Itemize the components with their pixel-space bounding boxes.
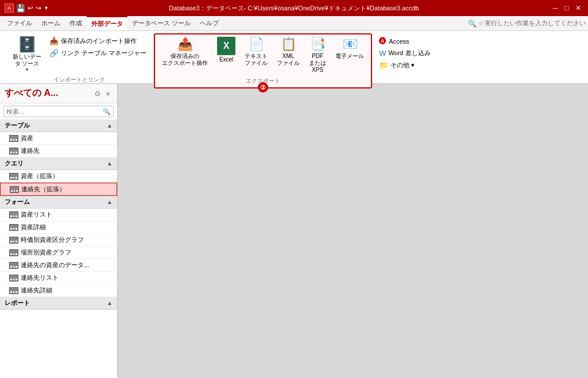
sidebar-item-renrakusaki-kakucho[interactable]: 連絡先（拡張） ①: [0, 183, 117, 196]
other-btn[interactable]: 📁 その他 ▾: [377, 60, 417, 71]
form-icon-3: [9, 237, 18, 244]
search-icon: 🔍: [468, 20, 477, 28]
access-icon: 🅐: [379, 37, 386, 45]
access-export-btn[interactable]: 🅐 Access: [377, 36, 411, 47]
title-bar: A 💾 ↩ ↪ ▼ Database3：データベース- C:¥Users¥osa…: [0, 0, 588, 16]
sidebar-item-renrakusaki-list[interactable]: 連絡先リスト: [0, 272, 117, 284]
ribbon: 🗄️ 新しいデータ ソース ▼ 📥 保存済みのインポート操作 🔗 リンク テーブ…: [0, 31, 588, 84]
item-shisan-list-label: 資産リスト: [21, 210, 52, 219]
window-controls: ─ □ ✕: [550, 3, 583, 13]
pdf-xps-label: PDFまたはXPS: [309, 53, 326, 74]
excel-label: Excel: [219, 56, 233, 63]
window-title: Database3：データベース- C:¥Users¥osana¥OneDriv…: [169, 4, 419, 13]
excel-icon: X: [217, 37, 235, 55]
search-btn[interactable]: 🔍: [100, 107, 113, 117]
content-area: [118, 84, 588, 378]
item-shisan-label: 資産: [21, 134, 33, 142]
section-tables-label: テーブル: [5, 121, 30, 130]
text-file-label: テキストファイル: [245, 53, 268, 67]
email-icon: 📧: [342, 37, 358, 52]
menu-create[interactable]: 作成: [65, 17, 87, 30]
section-forms-label: フォーム: [5, 198, 30, 206]
form-icon-4: [9, 249, 18, 256]
menu-bar: ファイル ホーム 作成 外部データ データベース ツール ヘルプ 🔍 ○ 実行し…: [0, 16, 588, 31]
menu-home[interactable]: ホーム: [37, 17, 65, 30]
item-renrakusaki-detail-label: 連絡先詳細: [21, 286, 52, 295]
saved-import-icon: 📥: [49, 37, 59, 45]
new-datasource-dropdown: ▼: [25, 67, 29, 72]
other-label: その他 ▾: [390, 61, 415, 70]
sidebar-item-jika-graph[interactable]: 時価別資産区分グラフ: [0, 234, 117, 246]
menu-external-data[interactable]: 外部データ: [87, 16, 127, 30]
sidebar-dropdown-btn[interactable]: ⊙: [93, 89, 102, 98]
section-reports[interactable]: レポート ▲: [0, 297, 117, 310]
new-datasource-icon: 🗄️: [18, 36, 36, 53]
section-tables[interactable]: テーブル ▲: [0, 119, 117, 132]
saved-import-label: 保存済みのインポート操作: [61, 37, 137, 45]
import-small-btns: 📥 保存済みのインポート操作 🔗 リンク テーブル マネージャー: [47, 36, 149, 59]
text-file-btn[interactable]: 📄 テキストファイル: [241, 34, 271, 69]
section-reports-label: レポート: [5, 299, 30, 307]
query-icon-2: [10, 186, 19, 193]
sidebar-item-shisan-detail[interactable]: 資産詳細: [0, 221, 117, 234]
undo-btn[interactable]: ↩: [28, 4, 33, 12]
queries-chevron: ▲: [107, 160, 113, 167]
search-hint[interactable]: ○ 実行したい作業を入力してください: [479, 19, 586, 28]
item-shisan-kakucho-label: 資産（拡張）: [21, 172, 59, 180]
reports-chevron: ▲: [107, 300, 113, 306]
item-shisan-detail-label: 資産詳細: [21, 223, 46, 232]
sidebar-item-shisan[interactable]: 資産: [0, 132, 117, 145]
menu-file[interactable]: ファイル: [2, 17, 37, 30]
section-forms[interactable]: フォーム ▲: [0, 196, 117, 209]
pdf-xps-icon: 📑: [310, 37, 326, 52]
sidebar-header: すべての A... ⊙ «: [0, 84, 117, 103]
saved-export-btn[interactable]: 📤 保存済みのエクスポート操作: [158, 34, 211, 69]
sidebar-item-shisan-kakucho[interactable]: 資産（拡張）: [0, 170, 117, 183]
word-label: Word 差し込み: [388, 49, 430, 57]
pdf-xps-btn[interactable]: 📑 PDFまたはXPS: [305, 34, 330, 76]
new-datasource-btn[interactable]: 🗄️ 新しいデータ ソース ▼: [9, 33, 45, 75]
menu-database-tools[interactable]: データベース ツール: [127, 17, 195, 30]
link-manager-icon: 🔗: [49, 49, 59, 57]
import-group-content: 🗄️ 新しいデータ ソース ▼ 📥 保存済みのインポート操作 🔗 リンク テーブ…: [9, 33, 149, 75]
search-bar: 🔍 ○ 実行したい作業を入力してください: [468, 19, 586, 28]
xml-file-icon: 📋: [281, 37, 296, 52]
minimize-btn[interactable]: ─: [550, 3, 560, 13]
email-btn[interactable]: 📧 電子メール: [332, 34, 368, 62]
link-manager-btn[interactable]: 🔗 リンク テーブル マネージャー: [47, 48, 149, 59]
dropdown-arrow[interactable]: ▼: [44, 5, 49, 11]
sidebar-item-shisan-list[interactable]: 資産リスト: [0, 209, 117, 221]
xml-file-btn[interactable]: 📋 XMLファイル: [273, 34, 303, 69]
email-label: 電子メール: [335, 53, 364, 60]
form-icon-2: [9, 224, 18, 231]
sidebar-item-renrakusaki-shisan[interactable]: 連絡先の資産のデータ...: [0, 259, 117, 272]
export-group-content: 📤 保存済みのエクスポート操作 X Excel 📄 テキストファイル 📋 XML…: [158, 34, 368, 76]
access-label: Access: [389, 38, 409, 45]
maximize-btn[interactable]: □: [562, 3, 572, 13]
quick-save-btn[interactable]: 💾: [16, 4, 25, 13]
saved-import-btn[interactable]: 📥 保存済みのインポート操作: [47, 36, 149, 47]
excel-btn[interactable]: X Excel: [214, 34, 239, 65]
redo-btn[interactable]: ↪: [36, 4, 41, 12]
table-icon: [9, 135, 18, 142]
sidebar-collapse-btn[interactable]: «: [103, 89, 113, 98]
word-merge-btn[interactable]: W Word 差し込み: [377, 48, 432, 59]
menu-help[interactable]: ヘルプ: [195, 17, 223, 30]
saved-export-label: 保存済みのエクスポート操作: [162, 53, 208, 67]
sidebar-item-renrakusaki[interactable]: 連絡先: [0, 145, 117, 157]
form-icon-7: [9, 287, 18, 294]
sidebar-controls: ⊙ «: [93, 89, 113, 98]
section-queries[interactable]: クエリ ▲: [0, 157, 117, 170]
item-renrakusaki-shisan-label: 連絡先の資産のデータ...: [21, 261, 89, 269]
sidebar-item-renrakusaki-detail[interactable]: 連絡先詳細: [0, 284, 117, 297]
sidebar-item-basho-graph[interactable]: 場所別資産グラフ: [0, 246, 117, 259]
title-bar-left: A 💾 ↩ ↪ ▼: [5, 3, 49, 13]
import-group-label: インポートとリンク: [9, 75, 149, 86]
item-renrakusaki-kakucho-label: 連絡先（拡張）: [21, 185, 65, 194]
other-export-group: 🅐 Access W Word 差し込み 📁 その他 ▾: [372, 33, 437, 81]
item-renrakusaki-label: 連絡先: [21, 146, 40, 155]
item-basho-graph-label: 場所別資産グラフ: [21, 248, 71, 257]
new-datasource-label: 新しいデータ ソース: [13, 53, 41, 67]
search-input[interactable]: [4, 106, 100, 117]
close-btn[interactable]: ✕: [573, 3, 583, 13]
